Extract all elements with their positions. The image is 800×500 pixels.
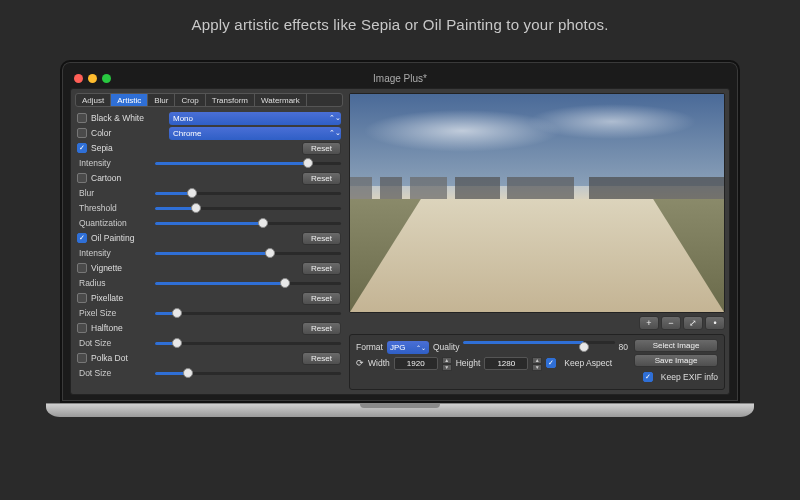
width-stepper[interactable]: ▲▼ <box>442 357 452 370</box>
keep-aspect-checkbox[interactable]: ✓ <box>546 358 556 368</box>
window-title: Image Plus* <box>70 73 730 84</box>
height-field[interactable]: 1280 <box>484 357 528 370</box>
polka-dot-slider[interactable] <box>155 367 341 379</box>
vignette-label: Vignette <box>91 263 169 273</box>
bw-preset-select[interactable]: Mono⌃⌄ <box>169 112 341 125</box>
oil-checkbox[interactable]: ✓ <box>77 233 87 243</box>
cartoon-quant-slider[interactable] <box>155 217 341 229</box>
tab-watermark[interactable]: Watermark <box>255 94 307 106</box>
cartoon-checkbox[interactable] <box>77 173 87 183</box>
cartoon-label: Cartoon <box>91 173 169 183</box>
cartoon-quant-label: Quantization <box>77 218 155 228</box>
window-titlebar: Image Plus* <box>70 70 730 86</box>
halftone-dot-slider[interactable] <box>155 337 341 349</box>
sepia-checkbox[interactable]: ✓ <box>77 143 87 153</box>
oil-reset-button[interactable]: Reset <box>302 232 341 245</box>
polka-dot-label: Dot Size <box>77 368 155 378</box>
color-preset-value: Chrome <box>173 129 201 138</box>
color-checkbox[interactable] <box>77 128 87 138</box>
zoom-actual-button[interactable]: • <box>705 316 725 330</box>
polka-reset-button[interactable]: Reset <box>302 352 341 365</box>
vignette-reset-button[interactable]: Reset <box>302 262 341 275</box>
halftone-checkbox[interactable] <box>77 323 87 333</box>
pixellate-size-slider[interactable] <box>155 307 341 319</box>
vignette-checkbox[interactable] <box>77 263 87 273</box>
oil-intensity-label: Intensity <box>77 248 155 258</box>
quality-value: 80 <box>619 342 628 352</box>
image-preview[interactable] <box>349 93 725 313</box>
format-select[interactable]: JPG⌃⌄ <box>387 341 429 354</box>
sepia-intensity-slider[interactable] <box>155 157 341 169</box>
tab-artistic[interactable]: Artistic <box>111 94 148 106</box>
color-preset-select[interactable]: Chrome⌃⌄ <box>169 127 341 140</box>
width-field[interactable]: 1920 <box>394 357 438 370</box>
halftone-dot-label: Dot Size <box>77 338 155 348</box>
effect-tabbar: Adjust Artistic Blur Crop Transform Wate… <box>75 93 343 107</box>
quality-slider[interactable] <box>463 341 614 353</box>
pixellate-reset-button[interactable]: Reset <box>302 292 341 305</box>
vignette-radius-label: Radius <box>77 278 155 288</box>
width-label: Width <box>368 358 390 368</box>
color-label: Color <box>91 128 169 138</box>
quality-label: Quality <box>433 342 459 352</box>
chevron-updown-icon: ⌃⌄ <box>416 344 426 351</box>
keep-exif-checkbox[interactable]: ✓ <box>643 372 653 382</box>
laptop-frame: Image Plus* Adjust Artistic Blur Crop Tr… <box>60 60 740 417</box>
chevron-updown-icon: ⌃⌄ <box>329 114 337 122</box>
laptop-base <box>46 403 754 417</box>
chevron-updown-icon: ⌃⌄ <box>329 129 337 137</box>
pixellate-label: Pixellate <box>91 293 169 303</box>
pixellate-size-label: Pixel Size <box>77 308 155 318</box>
oil-label: Oil Painting <box>91 233 169 243</box>
sepia-reset-button[interactable]: Reset <box>302 142 341 155</box>
polka-checkbox[interactable] <box>77 353 87 363</box>
tab-blur[interactable]: Blur <box>148 94 175 106</box>
oil-intensity-slider[interactable] <box>155 247 341 259</box>
halftone-reset-button[interactable]: Reset <box>302 322 341 335</box>
sepia-label: Sepia <box>91 143 169 153</box>
height-label: Height <box>456 358 481 368</box>
keep-aspect-label: Keep Aspect <box>564 358 612 368</box>
bw-label: Black & White <box>91 113 169 123</box>
tab-crop[interactable]: Crop <box>175 94 205 106</box>
vignette-radius-slider[interactable] <box>155 277 341 289</box>
cartoon-blur-slider[interactable] <box>155 187 341 199</box>
zoom-fit-button[interactable]: ⤢ <box>683 316 703 330</box>
rotate-icon[interactable]: ⟳ <box>356 358 364 368</box>
pixellate-checkbox[interactable] <box>77 293 87 303</box>
cartoon-threshold-slider[interactable] <box>155 202 341 214</box>
tab-transform[interactable]: Transform <box>206 94 255 106</box>
cartoon-blur-label: Blur <box>77 188 155 198</box>
bw-checkbox[interactable] <box>77 113 87 123</box>
cartoon-threshold-label: Threshold <box>77 203 155 213</box>
tab-adjust[interactable]: Adjust <box>76 94 111 106</box>
save-image-button[interactable]: Save Image <box>634 354 718 367</box>
halftone-label: Halftone <box>91 323 169 333</box>
zoom-in-button[interactable]: + <box>639 316 659 330</box>
format-value: JPG <box>390 343 406 352</box>
select-image-button[interactable]: Select Image <box>634 339 718 352</box>
format-label: Format <box>356 342 383 352</box>
zoom-out-button[interactable]: − <box>661 316 681 330</box>
polka-label: Polka Dot <box>91 353 169 363</box>
keep-exif-label: Keep EXIF info <box>661 372 718 382</box>
cartoon-reset-button[interactable]: Reset <box>302 172 341 185</box>
marketing-tagline: Apply artistic effects like Sepia or Oil… <box>0 0 800 45</box>
bw-preset-value: Mono <box>173 114 193 123</box>
height-stepper[interactable]: ▲▼ <box>532 357 542 370</box>
sepia-intensity-label: Intensity <box>77 158 155 168</box>
